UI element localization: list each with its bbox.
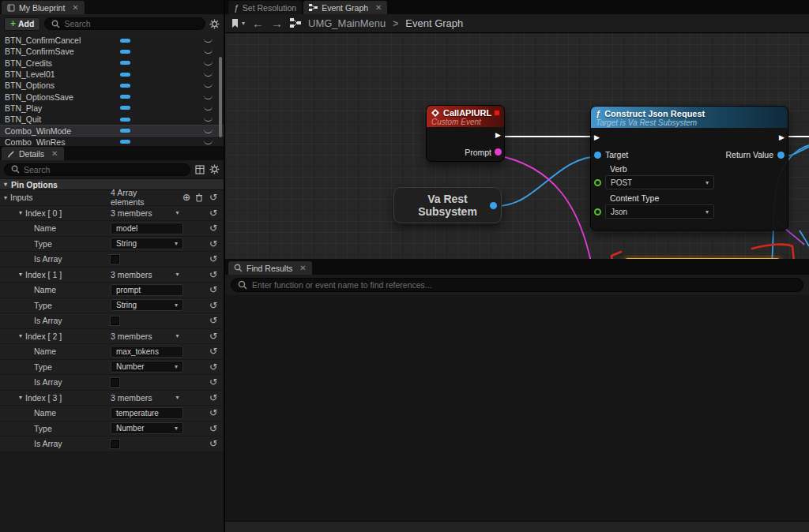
subsystem-output-pin[interactable] xyxy=(490,202,497,209)
close-icon[interactable]: ✕ xyxy=(51,149,58,158)
isarray-checkbox[interactable] xyxy=(111,378,119,387)
type-dropdown[interactable]: String▾ xyxy=(111,299,183,311)
return-value-pin[interactable] xyxy=(777,152,785,159)
tab-event-graph[interactable]: Event Graph ✕ xyxy=(303,1,387,14)
expand-arrow-icon[interactable]: ▾ xyxy=(19,271,22,278)
verb-input-pin[interactable] xyxy=(594,179,601,186)
eye-closed-icon[interactable] xyxy=(204,83,213,88)
chevron-down-icon[interactable]: ▾ xyxy=(176,394,179,401)
type-dropdown[interactable]: Number▾ xyxy=(111,361,183,373)
display-filter-grid-icon[interactable] xyxy=(195,165,205,174)
name-input[interactable]: model xyxy=(111,223,183,234)
reset-icon[interactable]: ↺ xyxy=(203,192,224,203)
chevron-down-icon[interactable]: ▾ xyxy=(176,271,179,278)
reset-icon[interactable]: ↺ xyxy=(203,300,224,311)
variable-type-pill[interactable] xyxy=(120,61,130,65)
reset-icon[interactable]: ↺ xyxy=(203,253,224,264)
name-input[interactable]: prompt xyxy=(111,284,183,296)
reset-icon[interactable]: ↺ xyxy=(203,331,224,342)
node-header[interactable]: ƒ Construct Json Request Target is Va Re… xyxy=(591,107,788,128)
eye-closed-icon[interactable] xyxy=(204,95,213,99)
forward-arrow-icon[interactable]: → xyxy=(271,17,283,30)
name-input[interactable]: temperature xyxy=(111,407,183,419)
gear-icon[interactable] xyxy=(209,19,220,29)
tab-my-blueprint[interactable]: My Blueprint ✕ xyxy=(2,1,85,14)
reset-icon[interactable]: ↺ xyxy=(203,315,224,326)
tab-find-results[interactable]: Find Results ✕ xyxy=(228,261,312,275)
eye-closed-icon[interactable] xyxy=(204,49,213,54)
isarray-checkbox[interactable] xyxy=(111,255,119,264)
reset-icon[interactable]: ↺ xyxy=(203,407,224,418)
reset-icon[interactable]: ↺ xyxy=(203,346,224,357)
chevron-down-icon[interactable]: ▾ xyxy=(176,209,179,216)
variable-type-pill[interactable] xyxy=(120,140,130,144)
variable-row[interactable]: BTN_Level01 xyxy=(0,69,224,80)
content-type-dropdown[interactable]: Json▾ xyxy=(605,204,714,219)
variable-row[interactable]: BTN_ConfirmSave xyxy=(0,46,224,57)
reset-icon[interactable]: ↺ xyxy=(203,208,224,219)
eye-closed-icon[interactable] xyxy=(204,117,213,122)
prompt-output-pin[interactable] xyxy=(495,148,502,155)
add-button[interactable]: + Add xyxy=(4,17,40,31)
variable-row[interactable]: Combo_WinRes xyxy=(0,137,224,146)
eye-closed-icon[interactable] xyxy=(204,129,213,133)
variable-type-pill[interactable] xyxy=(120,129,130,133)
variable-type-pill[interactable] xyxy=(120,95,130,99)
node-make-json[interactable]: Make Json Model text-davinci-003 Target … xyxy=(623,258,782,259)
tab-details[interactable]: Details ✕ xyxy=(2,147,64,160)
isarray-checkbox[interactable] xyxy=(111,440,119,448)
variable-row[interactable]: BTN_Credits xyxy=(0,58,224,69)
variable-type-pill[interactable] xyxy=(120,73,130,77)
content-type-input-pin[interactable] xyxy=(594,208,601,215)
reset-icon[interactable]: ↺ xyxy=(203,223,224,234)
type-dropdown[interactable]: String▾ xyxy=(111,238,183,249)
node-header[interactable]: CallAPIURL Custom Event xyxy=(427,106,504,127)
blueprint-search-input[interactable]: Search xyxy=(44,17,205,30)
type-dropdown[interactable]: Number▾ xyxy=(111,422,183,434)
event-graph-canvas[interactable]: W CallAPIURL xyxy=(225,33,809,259)
breadcrumb-root[interactable]: UMG_MainMenu xyxy=(308,17,386,29)
gear-icon[interactable] xyxy=(209,164,220,174)
reset-icon[interactable]: ↺ xyxy=(203,362,224,373)
trash-icon[interactable] xyxy=(195,193,203,202)
tab-set-resolution[interactable]: ƒ Set Resolution xyxy=(228,1,302,14)
exec-out-pin[interactable]: ▶ xyxy=(495,132,501,139)
reset-icon[interactable]: ↺ xyxy=(203,269,224,280)
exec-out-pin[interactable]: ▶ xyxy=(779,134,785,141)
reset-icon[interactable]: ↺ xyxy=(203,238,224,249)
eye-closed-icon[interactable] xyxy=(204,38,213,43)
find-results-input[interactable]: Enter function or event name to find ref… xyxy=(231,278,803,292)
expand-arrow-icon[interactable]: ▾ xyxy=(4,194,7,201)
details-search-input[interactable]: Search xyxy=(4,163,190,176)
target-input-pin[interactable] xyxy=(594,152,601,159)
reset-icon[interactable]: ↺ xyxy=(203,423,224,434)
isarray-checkbox[interactable] xyxy=(111,317,119,325)
variable-type-pill[interactable] xyxy=(120,84,130,88)
name-input[interactable]: max_tokens xyxy=(111,346,183,358)
variable-row-selected[interactable]: Combo_WinMode xyxy=(0,125,224,136)
close-icon[interactable]: ✕ xyxy=(72,3,78,12)
chevron-down-icon[interactable]: ▾ xyxy=(242,20,245,27)
close-icon[interactable]: ✕ xyxy=(375,3,382,12)
breadcrumb-current[interactable]: Event Graph xyxy=(405,17,463,29)
reset-icon[interactable]: ↺ xyxy=(203,392,224,403)
exec-in-pin[interactable]: ▶ xyxy=(594,134,600,141)
close-icon[interactable]: ✕ xyxy=(299,264,306,272)
eye-closed-icon[interactable] xyxy=(204,106,213,111)
variable-type-pill[interactable] xyxy=(120,50,130,54)
variable-type-pill[interactable] xyxy=(120,106,130,110)
scrollbar[interactable] xyxy=(219,57,222,137)
expand-arrow-icon[interactable]: ▾ xyxy=(19,209,22,216)
chevron-down-icon[interactable]: ▾ xyxy=(176,332,179,339)
node-construct-json-request[interactable]: ƒ Construct Json Request Target is Va Re… xyxy=(590,106,788,230)
variable-row[interactable]: BTN_Quit xyxy=(0,114,224,125)
eye-closed-icon[interactable] xyxy=(204,140,213,144)
eye-closed-icon[interactable] xyxy=(204,61,213,66)
variable-type-pill[interactable] xyxy=(120,118,130,122)
back-arrow-icon[interactable]: ← xyxy=(252,17,264,30)
verb-dropdown[interactable]: POST▾ xyxy=(605,175,714,189)
expand-arrow-icon[interactable]: ▾ xyxy=(19,394,22,401)
variable-row[interactable]: BTN_Play xyxy=(0,103,224,114)
node-callapiurl[interactable]: CallAPIURL Custom Event ▶ Prompt xyxy=(426,105,505,162)
variable-row[interactable]: BTN_Options xyxy=(0,80,224,91)
